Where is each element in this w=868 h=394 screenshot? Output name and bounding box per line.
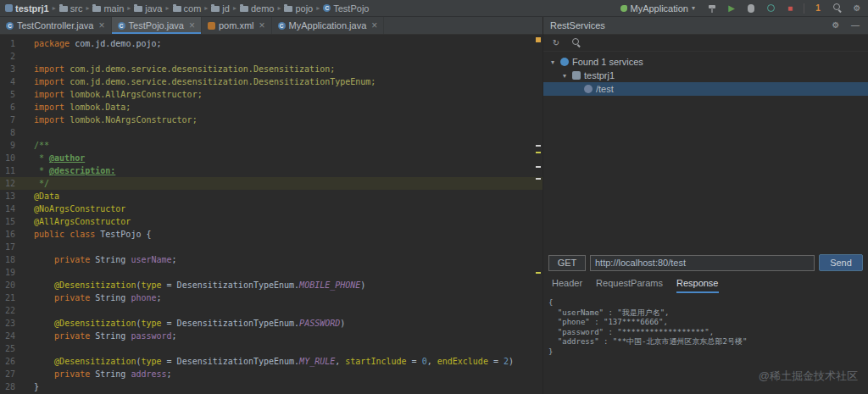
- services-icon: [560, 58, 569, 66]
- tab-requestparams[interactable]: RequestParams: [596, 278, 663, 293]
- code-editor[interactable]: 1package com.jd.demo.pojo;23import com.j…: [0, 35, 542, 394]
- tree-item[interactable]: ▾testprj1: [543, 69, 868, 82]
- code-line[interactable]: 16public class TestPojo {: [0, 228, 542, 241]
- breadcrumb-item[interactable]: src: [59, 3, 83, 14]
- code-line[interactable]: 12 */: [0, 177, 542, 190]
- code-line[interactable]: 17: [0, 241, 542, 253]
- tab-label: MyApplication.java: [289, 20, 367, 31]
- stripe-mark[interactable]: [536, 152, 541, 153]
- request-bar: GET Send: [548, 254, 863, 271]
- code-line[interactable]: 19: [0, 266, 542, 279]
- close-tab-icon[interactable]: ×: [371, 19, 377, 31]
- panel-settings-gear-icon[interactable]: ⚙: [830, 19, 842, 31]
- code-line[interactable]: 23 @Desensitization(type = Desensitizati…: [0, 317, 542, 330]
- tree-item[interactable]: /test: [543, 82, 868, 96]
- search-icon[interactable]: [570, 37, 582, 49]
- tab-header[interactable]: Header: [552, 278, 582, 293]
- stripe-mark[interactable]: [536, 272, 541, 274]
- code-line[interactable]: 11 * @description:: [0, 164, 542, 177]
- search-everywhere-icon[interactable]: [832, 3, 843, 14]
- code-line[interactable]: 13@Data: [0, 190, 542, 203]
- response-line: "address" : "**中国-北京市通州区京东总部2号楼": [548, 337, 863, 347]
- breadcrumb-item[interactable]: demo: [240, 3, 275, 14]
- line-number: 7: [0, 114, 22, 126]
- editor-tab[interactable]: TestController.java×: [0, 17, 112, 34]
- stop-icon[interactable]: ■: [784, 3, 796, 14]
- breadcrumb-item[interactable]: com: [173, 3, 202, 14]
- code-text: private String password;: [22, 330, 177, 342]
- services-tree: ▾Found 1 services▾testprj1/test: [543, 52, 868, 96]
- code-line[interactable]: 4import com.jd.demo.service.desensitizat…: [0, 75, 542, 88]
- build-hammer-icon[interactable]: [706, 3, 718, 14]
- code-line[interactable]: 24 private String password;: [0, 330, 542, 342]
- code-line[interactable]: 3import com.jd.demo.service.desensitizat…: [0, 63, 542, 75]
- code-line[interactable]: 27 private String address;: [0, 368, 542, 380]
- line-number: 5: [0, 88, 22, 101]
- line-number: 24: [0, 330, 22, 342]
- hide-panel-icon[interactable]: —: [849, 19, 861, 31]
- code-line[interactable]: 28}: [0, 380, 542, 393]
- editor-tab[interactable]: TestPojo.java×: [112, 17, 202, 34]
- tab-response[interactable]: Response: [676, 278, 719, 293]
- run-config-selector[interactable]: MyApplication ▾: [620, 3, 696, 14]
- code-text: /**: [22, 139, 49, 152]
- breadcrumb-item[interactable]: java: [134, 3, 162, 14]
- code-line[interactable]: 22: [0, 304, 542, 317]
- stripe-mark[interactable]: [536, 178, 541, 180]
- profiler-icon[interactable]: [765, 3, 776, 14]
- line-number: 20: [0, 279, 22, 291]
- send-button[interactable]: Send: [819, 254, 863, 271]
- code-line[interactable]: 6import lombok.Data;: [0, 101, 542, 114]
- file-class-icon: [6, 22, 14, 30]
- line-number: 19: [0, 266, 22, 279]
- notifications-icon[interactable]: 1: [812, 3, 824, 14]
- line-number: 2: [0, 50, 22, 63]
- debug-icon[interactable]: [745, 3, 757, 14]
- expand-arrow-icon[interactable]: ▾: [548, 58, 557, 66]
- url-input[interactable]: [590, 255, 815, 271]
- method-select[interactable]: GET: [548, 255, 586, 271]
- code-text: @Desensitization(type = DesensitizationT…: [22, 317, 345, 330]
- code-line[interactable]: 15@AllArgsConstructor: [0, 215, 542, 228]
- code-line[interactable]: 21 private String phone;: [0, 291, 542, 304]
- editor-tab[interactable]: pom.xml×: [202, 17, 272, 34]
- code-line[interactable]: 10 * @author: [0, 152, 542, 164]
- line-number: 22: [0, 304, 22, 317]
- settings-gear-icon[interactable]: ⚙: [851, 3, 863, 14]
- code-line[interactable]: 14@NoArgsConstructor: [0, 203, 542, 215]
- close-tab-icon[interactable]: ×: [259, 19, 265, 31]
- code-line[interactable]: 20 @Desensitization(type = Desensitizati…: [0, 279, 542, 291]
- line-number: 6: [0, 101, 22, 114]
- editor-tab[interactable]: MyApplication.java×: [272, 17, 385, 34]
- breadcrumb-item[interactable]: testprj1: [5, 3, 49, 14]
- warning-mark[interactable]: [536, 37, 541, 42]
- stripe-mark[interactable]: [536, 166, 541, 168]
- line-number: 12: [0, 177, 22, 190]
- breadcrumb-item[interactable]: main: [92, 3, 124, 14]
- code-text: [22, 304, 34, 317]
- code-line[interactable]: 18 private String userName;: [0, 253, 542, 266]
- stripe-mark[interactable]: [536, 145, 541, 147]
- expand-arrow-icon[interactable]: ▾: [560, 72, 569, 80]
- close-tab-icon[interactable]: ×: [189, 19, 195, 31]
- code-line[interactable]: 2: [0, 50, 542, 63]
- tree-item[interactable]: ▾Found 1 services: [543, 55, 868, 69]
- refresh-icon[interactable]: ↻: [550, 37, 562, 49]
- run-icon[interactable]: ▶: [726, 3, 737, 14]
- code-line[interactable]: 7import lombok.NoArgsConstructor;: [0, 114, 542, 126]
- breadcrumb-label: src: [70, 3, 83, 14]
- code-text: private String address;: [22, 368, 172, 380]
- code-line[interactable]: 9/**: [0, 139, 542, 152]
- folder-icon: [173, 6, 181, 12]
- code-line[interactable]: 1package com.jd.demo.pojo;: [0, 37, 542, 50]
- error-stripe[interactable]: [534, 35, 542, 394]
- code-line[interactable]: 5import lombok.AllArgsConstructor;: [0, 88, 542, 101]
- code-line[interactable]: 26 @Desensitization(type = Desensitizati…: [0, 355, 542, 368]
- code-line[interactable]: 8: [0, 126, 542, 139]
- code-line[interactable]: 25: [0, 342, 542, 355]
- breadcrumb-item[interactable]: jd: [211, 3, 230, 14]
- line-number: 27: [0, 368, 22, 380]
- breadcrumb-item[interactable]: TestPojo: [323, 3, 369, 14]
- close-tab-icon[interactable]: ×: [99, 19, 105, 31]
- breadcrumb-item[interactable]: pojo: [284, 3, 313, 14]
